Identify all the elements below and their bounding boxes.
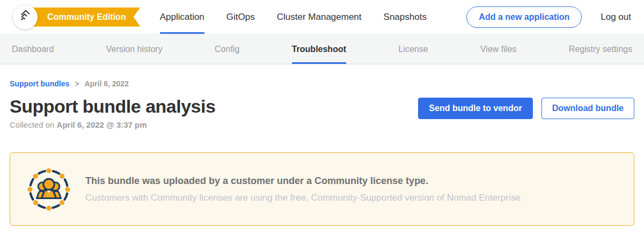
- breadcrumb-current: April 6, 2022: [84, 79, 129, 88]
- collected-date: April 6, 2022 @ 3:37 pm: [57, 120, 147, 129]
- subtab-config[interactable]: Config: [215, 34, 239, 64]
- top-navigation: Community Edition Application GitOps Clu…: [0, 0, 644, 34]
- collected-prefix: Collected on: [10, 120, 57, 129]
- breadcrumb-separator: >: [75, 79, 79, 88]
- notice-text: This bundle was uploaded by a customer u…: [85, 175, 523, 203]
- tab-gitops[interactable]: GitOps: [226, 0, 255, 34]
- subtab-version-history[interactable]: Version history: [106, 34, 163, 64]
- collected-timestamp: Collected on April 6, 2022 @ 3:37 pm: [10, 120, 215, 129]
- app-logo[interactable]: [13, 5, 38, 30]
- title-block: Support bundle analysis Collected on Apr…: [10, 96, 215, 129]
- subtab-license[interactable]: License: [398, 34, 428, 64]
- bundle-actions: Send bundle to vendor Download bundle: [418, 96, 634, 119]
- logout-link[interactable]: Log out: [601, 12, 631, 23]
- tab-snapshots[interactable]: Snapshots: [384, 0, 427, 34]
- brand: Community Edition: [0, 0, 141, 34]
- community-license-notice: This bundle was uploaded by a customer u…: [10, 152, 634, 226]
- main-content: Support bundles > April 6, 2022 Support …: [0, 79, 644, 226]
- tab-application[interactable]: Application: [160, 0, 204, 34]
- top-nav-items: Application GitOps Cluster Management Sn…: [160, 0, 427, 34]
- community-edition-badge: Community Edition: [21, 8, 141, 27]
- send-bundle-to-vendor-button[interactable]: Send bundle to vendor: [418, 98, 532, 119]
- notice-body: Customers with Community licenses are us…: [85, 193, 523, 203]
- subtab-dashboard[interactable]: Dashboard: [12, 34, 54, 64]
- subtab-troubleshoot[interactable]: Troubleshoot: [292, 34, 346, 64]
- notice-heading: This bundle was uploaded by a customer u…: [85, 175, 523, 187]
- subtab-view-files[interactable]: View files: [480, 34, 516, 64]
- tab-cluster-management[interactable]: Cluster Management: [277, 0, 362, 34]
- breadcrumb: Support bundles > April 6, 2022: [10, 79, 634, 88]
- title-row: Support bundle analysis Collected on Apr…: [10, 96, 634, 129]
- download-bundle-button[interactable]: Download bundle: [541, 98, 634, 119]
- app-sub-navigation: Dashboard Version history Config Trouble…: [0, 34, 644, 64]
- replicated-logo-icon: [18, 9, 33, 25]
- breadcrumb-support-bundles-link[interactable]: Support bundles: [10, 79, 69, 88]
- page-title: Support bundle analysis: [10, 96, 215, 117]
- subtab-registry-settings[interactable]: Registry settings: [569, 34, 632, 64]
- add-new-application-button[interactable]: Add a new application: [466, 6, 582, 28]
- community-people-icon: [27, 168, 70, 211]
